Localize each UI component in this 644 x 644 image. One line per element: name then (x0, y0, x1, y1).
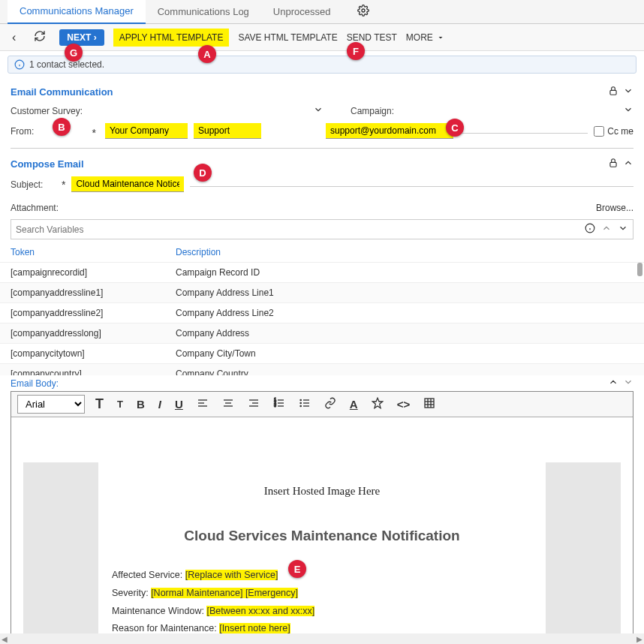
field-label: Severity: (112, 588, 149, 598)
email-body-label: Email Body: (11, 378, 59, 389)
annotation-marker-C: C (446, 119, 464, 137)
align-left-icon[interactable] (194, 396, 212, 413)
unordered-list-icon[interactable] (296, 396, 314, 413)
field-value: [Between xx:xx and xx:xx] (206, 606, 314, 616)
scroll-left-icon[interactable]: ◀ (2, 635, 8, 643)
align-center-icon[interactable] (219, 396, 237, 413)
email-heading: Cloud Services Maintenance Notification (11, 528, 633, 544)
lock-icon[interactable] (608, 86, 618, 98)
compose-email-section: Compose Email Subject: * (0, 150, 644, 200)
layout-gray-left (23, 462, 98, 644)
svg-rect-30 (425, 399, 434, 408)
annotation-marker-B: B (53, 118, 71, 136)
svg-point-0 (362, 9, 365, 12)
font-select[interactable]: Arial (17, 395, 85, 414)
campaign-dropdown[interactable] (623, 104, 633, 117)
send-test-button[interactable]: SEND TEST (347, 32, 397, 43)
table-row[interactable]: [companyaddresslong]Company Address (0, 324, 644, 344)
annotation-marker-E: E (288, 560, 306, 578)
email-communication-section: Email Communication Customer Survey: Cam… (0, 78, 644, 146)
table-row[interactable]: [companyaddressline2]Company Address Lin… (0, 303, 644, 324)
browse-button[interactable]: Browse... (596, 203, 633, 213)
from-dept-input[interactable] (194, 123, 261, 139)
text-color-icon[interactable]: A (347, 396, 361, 412)
campaign-label: Campaign: (351, 106, 396, 116)
from-company-input[interactable] (105, 123, 188, 139)
annotation-marker-D: D (194, 164, 212, 182)
chevron-up-icon[interactable] (608, 377, 618, 390)
apply-html-template-button[interactable]: APPLY HTML TEMPLATE (113, 29, 230, 47)
refresh-button[interactable] (29, 29, 50, 47)
section-title: Email Communication (11, 86, 113, 98)
tab-communications-manager[interactable]: Communications Manager (8, 0, 146, 24)
info-icon (14, 59, 25, 70)
scrollbar-thumb[interactable] (637, 263, 642, 276)
lock-icon[interactable] (608, 158, 618, 170)
subject-input[interactable] (71, 176, 184, 192)
table-row[interactable]: [companycountry]Company Country (0, 364, 644, 375)
back-button[interactable]: ‹ (8, 29, 20, 46)
ordered-list-icon[interactable]: 123 (270, 396, 288, 413)
svg-rect-5 (610, 162, 616, 167)
svg-point-28 (300, 402, 301, 403)
from-label: From:* (11, 126, 86, 137)
survey-dropdown[interactable] (313, 104, 324, 117)
annotation-marker-A: A (198, 45, 216, 63)
tab-communications-log[interactable]: Communications Log (146, 0, 261, 23)
align-right-icon[interactable] (245, 396, 263, 413)
highlight-icon[interactable] (369, 396, 387, 413)
chevron-up-icon[interactable] (601, 223, 612, 236)
search-variables-input[interactable] (16, 224, 585, 235)
field-value: [Replace with Service] (185, 570, 278, 580)
tab-unprocessed[interactable]: Unprocessed (261, 0, 343, 23)
table-icon[interactable] (420, 396, 438, 413)
survey-label: Customer Survey: (11, 106, 86, 116)
image-placeholder: Insert Hosted Image Here (11, 485, 633, 498)
save-html-template-button[interactable]: SAVE HTML TEMPLATE (238, 32, 337, 43)
svg-point-29 (300, 405, 301, 406)
annotation-marker-G: G (65, 44, 83, 62)
chevron-down-icon[interactable] (623, 86, 633, 98)
layout-gray-right (546, 462, 621, 644)
info-icon[interactable] (585, 223, 595, 236)
svg-point-27 (300, 399, 301, 400)
annotation-marker-F: F (347, 42, 365, 60)
link-icon[interactable] (321, 396, 339, 413)
variables-table-body: [campaignrecordid]Campaign Record ID [co… (0, 263, 644, 375)
editor-toolbar: Arial T T B I U 123 A <> (11, 392, 633, 417)
from-email-input[interactable] (326, 123, 453, 139)
email-editor: Arial T T B I U 123 A <> Insert Hosted I… (11, 391, 633, 644)
tabs-bar: Communications Manager Communications Lo… (0, 0, 644, 24)
info-text: 1 contact selected. (29, 59, 104, 70)
field-label: Reason for Maintenance: (112, 623, 217, 633)
svg-text:3: 3 (274, 404, 276, 408)
attachment-label: Attachment: (11, 203, 59, 213)
font-size-large-icon[interactable]: T (92, 395, 107, 414)
italic-icon[interactable]: I (155, 396, 164, 412)
table-row[interactable]: [campaignrecordid]Campaign Record ID (0, 263, 644, 283)
table-row[interactable]: [companycitytown]Company City/Town (0, 344, 644, 364)
code-icon[interactable]: <> (394, 396, 414, 412)
next-button[interactable]: NEXT › (59, 29, 104, 46)
svg-rect-4 (610, 90, 616, 95)
field-label: Affected Service: (112, 570, 182, 580)
chevron-down-icon[interactable] (618, 223, 628, 236)
horizontal-scrollbar[interactable]: ◀ ▶ (0, 633, 644, 644)
field-value: [Normal Maintenance] [Emergency] (151, 588, 298, 598)
more-button[interactable]: MORE (406, 32, 445, 43)
editor-content[interactable]: Insert Hosted Image Here Cloud Services … (11, 417, 633, 644)
cc-me-checkbox[interactable]: Cc me (594, 126, 633, 137)
gear-icon[interactable] (357, 5, 369, 19)
bold-icon[interactable]: B (134, 396, 148, 412)
table-row[interactable]: [companyaddressline1]Company Address Lin… (0, 283, 644, 303)
variables-table-header: Token Description (0, 242, 644, 263)
chevron-up-icon[interactable] (623, 158, 633, 170)
font-size-small-icon[interactable]: T (114, 397, 126, 411)
search-variables-bar (11, 219, 633, 239)
subject-label: Subject: (11, 179, 56, 190)
action-toolbar: ‹ NEXT › APPLY HTML TEMPLATE SAVE HTML T… (0, 24, 644, 51)
scroll-right-icon[interactable]: ▶ (636, 635, 642, 643)
field-label: Maintenance Window: (112, 606, 204, 616)
underline-icon[interactable]: U (172, 396, 186, 412)
chevron-down-icon[interactable] (623, 377, 633, 390)
